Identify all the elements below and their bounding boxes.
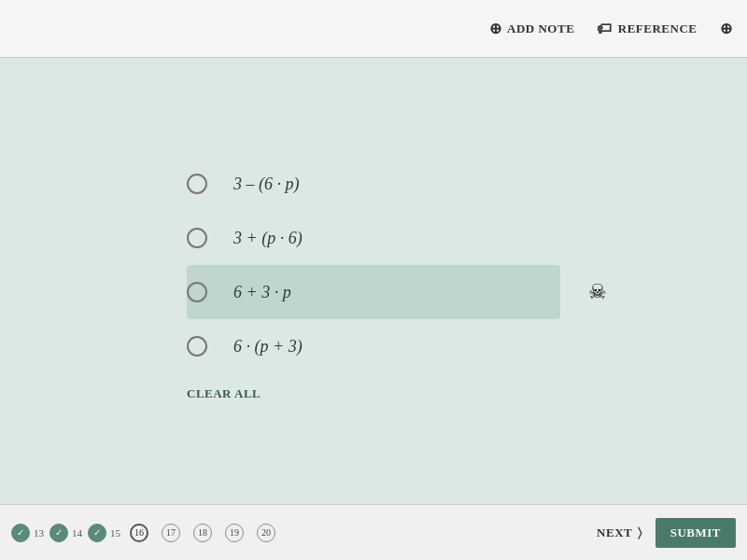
option-label-2: 3 + (p · 6): [233, 229, 303, 248]
add-note-button[interactable]: ⊕ ADD NOTE: [489, 20, 575, 37]
nav-label-13: 13: [34, 527, 44, 539]
option-label-3: 6 + 3 · p: [233, 283, 291, 302]
nav-circle-15[interactable]: ✓: [88, 524, 106, 542]
main-content: 3 – (6 · p) 3 + (p · 6) 6 + 3 · p ☠ 6 · …: [0, 58, 747, 504]
nav-item-18[interactable]: 18: [190, 524, 216, 542]
nav-label-15: 15: [110, 527, 120, 539]
top-bar: ⊕ ADD NOTE 🏷 REFERENCE ⊕: [0, 0, 747, 58]
reference-button[interactable]: 🏷 REFERENCE: [597, 21, 697, 37]
nav-circle-16[interactable]: 16: [130, 524, 148, 542]
nav-circle-19[interactable]: 19: [225, 524, 244, 542]
submit-button[interactable]: SUBMIT: [655, 518, 736, 548]
add-note-label: ADD NOTE: [507, 21, 574, 36]
next-chevron-icon: 〉: [638, 525, 642, 540]
nav-item-15[interactable]: ✓ 15: [88, 524, 120, 542]
clear-all-button[interactable]: CLEAR ALL: [187, 383, 560, 405]
nav-item-17[interactable]: 17: [158, 524, 184, 542]
nav-circle-14[interactable]: ✓: [49, 524, 68, 542]
nav-item-14[interactable]: ✓ 14: [49, 524, 82, 542]
nav-circle-20[interactable]: 20: [257, 524, 275, 542]
option-row-2[interactable]: 3 + (p · 6): [187, 211, 560, 265]
option-row-3[interactable]: 6 + 3 · p ☠: [187, 265, 560, 319]
option-label-1: 3 – (6 · p): [233, 175, 300, 194]
radio-3[interactable]: [187, 282, 207, 302]
options-panel: 3 – (6 · p) 3 + (p · 6) 6 + 3 · p ☠ 6 · …: [149, 138, 598, 424]
nav-circle-18[interactable]: 18: [193, 524, 212, 542]
next-button[interactable]: NEXT 〉: [597, 525, 642, 540]
extra-button[interactable]: ⊕: [720, 20, 733, 37]
nav-item-16[interactable]: 16: [126, 524, 152, 542]
nav-circle-17[interactable]: 17: [162, 524, 180, 542]
bottom-bar: ✓ 13 ✓ 14 ✓ 15 16 17 18 19 20 NEXT 〉 SUB…: [0, 504, 747, 560]
reference-icon: 🏷: [597, 21, 613, 37]
option-row-4[interactable]: 6 · (p + 3): [187, 319, 560, 373]
cursor-hand-icon: ☠: [588, 280, 607, 304]
radio-4[interactable]: [187, 336, 207, 357]
radio-1[interactable]: [187, 174, 207, 194]
nav-item-13[interactable]: ✓ 13: [11, 524, 44, 542]
extra-icon: ⊕: [720, 20, 733, 37]
nav-circle-13[interactable]: ✓: [11, 524, 30, 542]
nav-item-20[interactable]: 20: [253, 524, 279, 542]
add-note-icon: ⊕: [489, 20, 502, 37]
next-label: NEXT: [597, 525, 632, 540]
nav-label-14: 14: [72, 527, 82, 539]
option-row-1[interactable]: 3 – (6 · p): [187, 157, 560, 211]
option-label-4: 6 · (p + 3): [233, 337, 303, 357]
radio-2[interactable]: [187, 228, 207, 248]
nav-item-19[interactable]: 19: [221, 524, 247, 542]
reference-label: REFERENCE: [618, 21, 698, 36]
